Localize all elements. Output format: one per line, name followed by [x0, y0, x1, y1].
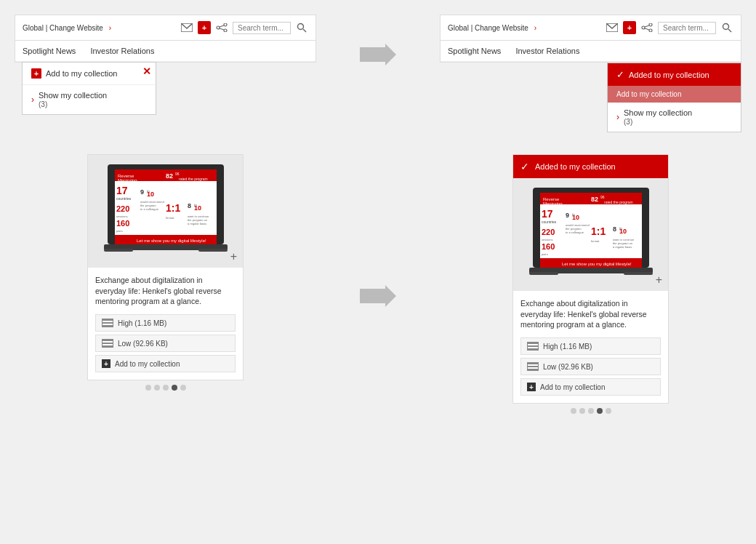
- card-image-left: Reverse Mentoring 82 96 rated the progra…: [88, 155, 243, 268]
- download-low-left[interactable]: Low (92.96 KB): [95, 335, 236, 352]
- card-image-right: Reverse Mentoring 82 96 rated the progra…: [513, 178, 668, 291]
- collection-icon-right[interactable]: +: [623, 21, 636, 34]
- nav-investor[interactable]: Investor Relations: [90, 47, 154, 55]
- check-icon-top: ✓: [616, 69, 624, 80]
- download-high-right[interactable]: High (1.16 MB): [520, 337, 661, 355]
- show-label-left: Show my collection (3): [39, 91, 107, 108]
- svg-text:Let me show you my digital lif: Let me show you my digital lifestyle!: [562, 262, 632, 266]
- infographic-right: Reverse Mentoring 82 96 rated the progra…: [526, 184, 656, 286]
- svg-point-2: [224, 29, 227, 32]
- dot-2-left: [154, 385, 160, 391]
- dot-5-right: [606, 408, 611, 414]
- svg-text:Mentoring: Mentoring: [118, 178, 137, 183]
- nav-investor-right[interactable]: Investor Relations: [515, 47, 579, 55]
- share-icon-right[interactable]: [640, 21, 654, 34]
- card-left: Reverse Mentoring 82 96 rated the progra…: [87, 154, 244, 380]
- dot-4-right: [597, 408, 603, 414]
- svg-text:format: format: [591, 239, 600, 243]
- add-to-collection-btn-left[interactable]: + Add to my collection: [95, 355, 236, 372]
- navbar-right-top: Global | Change Website › +: [441, 15, 741, 41]
- card-added-label: Added to my collection: [535, 162, 616, 171]
- svg-text:a regular basis: a regular basis: [613, 245, 632, 249]
- svg-text:Let me show you my digital lif: Let me show you my digital lifestyle!: [137, 239, 206, 243]
- show-collection-item-left[interactable]: › Show my collection (3): [23, 85, 156, 114]
- svg-line-4: [220, 25, 224, 27]
- svg-text:8: 8: [188, 202, 191, 209]
- nav-links-left-top: Spotlight News Investor Relations: [15, 41, 315, 62]
- svg-point-1: [224, 23, 227, 26]
- download-icon-high-right: [527, 342, 539, 351]
- svg-text:pairs: pairs: [542, 252, 548, 256]
- svg-point-15: [723, 24, 729, 30]
- svg-text:10: 10: [147, 191, 154, 198]
- infographic-left: Reverse Mentoring 82 96 rated the progra…: [100, 161, 231, 263]
- share-icon[interactable]: [215, 21, 228, 34]
- close-button-left[interactable]: ✕: [142, 65, 151, 77]
- svg-line-7: [303, 29, 306, 32]
- brand-chevron-right: ›: [534, 24, 536, 32]
- search-button-right-top[interactable]: [720, 21, 733, 34]
- card-right: ✓ Added to my collection Reverse Mentori…: [512, 154, 669, 404]
- download-high-left[interactable]: High (1.16 MB): [95, 314, 236, 332]
- svg-text:1:1: 1:1: [166, 202, 180, 214]
- svg-rect-85: [624, 272, 653, 275]
- svg-text:82: 82: [591, 196, 598, 203]
- svg-point-3: [217, 26, 220, 29]
- dot-3-right: [588, 408, 594, 414]
- svg-text:sessions: sessions: [116, 215, 128, 218]
- card-plus-right[interactable]: +: [656, 273, 662, 287]
- svg-text:sessions: sessions: [542, 238, 553, 241]
- svg-text:17: 17: [116, 185, 128, 196]
- add-to-collection-item-left[interactable]: + Add to my collection: [23, 63, 156, 85]
- add-card-icon-left: +: [102, 359, 110, 368]
- nav-links-right-top: Spotlight News Investor Relations: [441, 41, 741, 62]
- svg-point-6: [298, 24, 304, 30]
- close-button-right[interactable]: ✕: [728, 66, 736, 78]
- download-icon-low-left: [102, 339, 113, 348]
- svg-text:a regular basis: a regular basis: [188, 222, 206, 225]
- brand-chevron: ›: [109, 24, 111, 32]
- check-icon-card: ✓: [520, 161, 529, 172]
- svg-text:good or very good: good or very good: [179, 181, 209, 185]
- brand-label-right: Global | Change Website: [448, 24, 528, 32]
- dot-2-right: [579, 408, 585, 414]
- svg-text:1:1: 1:1: [591, 225, 606, 237]
- add-label-left: Add to my collection: [46, 69, 117, 78]
- navbar-left-top: Global | Change Website › +: [15, 15, 315, 41]
- svg-rect-84: [529, 272, 558, 275]
- svg-text:96: 96: [600, 195, 605, 199]
- card-plus-left[interactable]: +: [230, 250, 237, 263]
- show-collection-item-right[interactable]: › Show my collection (3): [608, 103, 741, 132]
- svg-text:9: 9: [566, 212, 569, 219]
- add-card-icon-right: +: [527, 383, 536, 391]
- arrow-bottom: [360, 154, 396, 307]
- svg-text:to a colleague: to a colleague: [140, 207, 159, 211]
- dropdown-menu-right: ✕ ✓ Added to my collection Add to my col…: [607, 63, 741, 132]
- brand-label: Global | Change Website: [23, 24, 103, 32]
- svg-line-13: [645, 25, 649, 27]
- chevron-icon-right: ›: [616, 112, 619, 122]
- nav-spotlight[interactable]: Spotlight News: [23, 47, 76, 55]
- search-input-left-top[interactable]: [233, 22, 291, 34]
- download-low-label-left: Low (92.96 KB): [118, 340, 168, 348]
- svg-text:format: format: [166, 216, 174, 220]
- collection-icon-left[interactable]: +: [198, 21, 211, 34]
- add-to-collection-btn-right[interactable]: + Add to my collection: [520, 378, 661, 396]
- added-banner-top: ✓ Added to my collection: [608, 63, 741, 86]
- svg-line-16: [728, 29, 731, 32]
- svg-text:96: 96: [175, 172, 180, 176]
- chevron-icon-left: ›: [31, 95, 34, 105]
- mail-icon-right[interactable]: [606, 21, 619, 34]
- svg-marker-8: [360, 44, 396, 65]
- svg-text:countries: countries: [116, 196, 132, 201]
- svg-text:10: 10: [619, 228, 627, 235]
- mail-icon[interactable]: [180, 21, 193, 34]
- search-button-left-top[interactable]: [295, 21, 308, 34]
- svg-text:10: 10: [572, 214, 579, 221]
- show-label-right: Show my collection (3): [624, 108, 692, 126]
- svg-text:10: 10: [194, 204, 201, 212]
- search-input-right-top[interactable]: [658, 22, 716, 34]
- download-low-label-right: Low (92.96 KB): [543, 363, 593, 371]
- download-low-right[interactable]: Low (92.96 KB): [520, 358, 661, 375]
- nav-spotlight-right[interactable]: Spotlight News: [448, 47, 501, 55]
